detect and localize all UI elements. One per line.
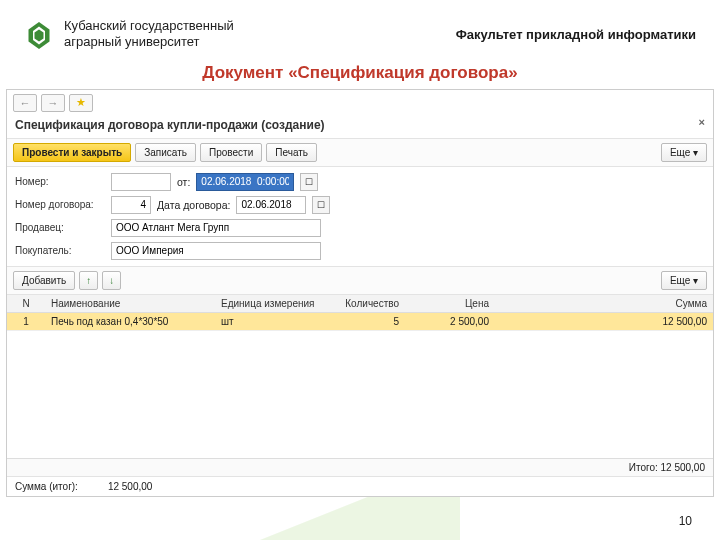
col-name[interactable]: Наименование bbox=[45, 295, 215, 313]
sum-total-label: Сумма (итог): bbox=[15, 481, 78, 492]
items-table[interactable]: N Наименование Единица измерения Количес… bbox=[7, 295, 713, 458]
window-title: Спецификация договора купли-продажи (соз… bbox=[15, 118, 325, 132]
print-button[interactable]: Печать bbox=[266, 143, 317, 162]
contract-date-label: Дата договора: bbox=[157, 199, 230, 211]
contract-number-label: Номер договора: bbox=[15, 199, 105, 210]
contract-number-input[interactable] bbox=[111, 196, 151, 214]
page-number: 10 bbox=[679, 514, 692, 528]
write-button[interactable]: Записать bbox=[135, 143, 196, 162]
close-button[interactable]: × bbox=[699, 116, 705, 128]
buyer-label: Покупатель: bbox=[15, 245, 105, 256]
table-more-button[interactable]: Еще ▾ bbox=[661, 271, 707, 290]
contract-date-input[interactable] bbox=[236, 196, 306, 214]
table-row[interactable]: 1 Печь под казан 0,4*30*50 шт 5 2 500,00… bbox=[7, 312, 713, 330]
total-row: Итого: 12 500,00 bbox=[7, 458, 713, 476]
buyer-input[interactable] bbox=[111, 242, 321, 260]
form-area: Номер: от: ☐ Номер договора: Дата догово… bbox=[7, 167, 713, 266]
seller-input[interactable] bbox=[111, 219, 321, 237]
post-and-close-button[interactable]: Провести и закрыть bbox=[13, 143, 131, 162]
table-toolbar: Добавить ↑ ↓ Еще ▾ bbox=[7, 266, 713, 295]
sum-total-value: 12 500,00 bbox=[108, 481, 153, 492]
number-input[interactable] bbox=[111, 173, 171, 191]
cell-sum[interactable]: 12 500,00 bbox=[495, 312, 713, 330]
cell-n[interactable]: 1 bbox=[7, 312, 45, 330]
cell-qty[interactable]: 5 bbox=[325, 312, 405, 330]
command-bar: Провести и закрыть Записать Провести Печ… bbox=[7, 138, 713, 167]
number-label: Номер: bbox=[15, 176, 105, 187]
sum-total-row: Сумма (итог): 12 500,00 bbox=[7, 476, 713, 496]
move-down-button[interactable]: ↓ bbox=[102, 271, 121, 290]
app-window: ← → ★ Спецификация договора купли-продаж… bbox=[6, 89, 714, 497]
more-button[interactable]: Еще ▾ bbox=[661, 143, 707, 162]
add-row-button[interactable]: Добавить bbox=[13, 271, 75, 290]
col-n[interactable]: N bbox=[7, 295, 45, 313]
nav-back-button[interactable]: ← bbox=[13, 94, 37, 112]
favorite-button[interactable]: ★ bbox=[69, 94, 93, 112]
col-price[interactable]: Цена bbox=[405, 295, 495, 313]
cell-unit[interactable]: шт bbox=[215, 312, 325, 330]
col-unit[interactable]: Единица измерения bbox=[215, 295, 325, 313]
date-from-input[interactable] bbox=[196, 173, 294, 191]
cell-name[interactable]: Печь под казан 0,4*30*50 bbox=[45, 312, 215, 330]
nav-forward-button[interactable]: → bbox=[41, 94, 65, 112]
col-sum[interactable]: Сумма bbox=[495, 295, 713, 313]
col-qty[interactable]: Количество bbox=[325, 295, 405, 313]
university-name: Кубанский государственный аграрный униве… bbox=[64, 18, 456, 51]
calendar-icon[interactable]: ☐ bbox=[312, 196, 330, 214]
faculty-name: Факультет прикладной информатики bbox=[456, 27, 696, 42]
nav-toolbar: ← → ★ bbox=[7, 90, 713, 116]
post-button[interactable]: Провести bbox=[200, 143, 262, 162]
calendar-icon[interactable]: ☐ bbox=[300, 173, 318, 191]
from-label: от: bbox=[177, 176, 190, 188]
university-logo bbox=[24, 19, 54, 49]
move-up-button[interactable]: ↑ bbox=[79, 271, 98, 290]
cell-price[interactable]: 2 500,00 bbox=[405, 312, 495, 330]
seller-label: Продавец: bbox=[15, 222, 105, 233]
document-title: Документ «Спецификация договора» bbox=[0, 63, 720, 83]
